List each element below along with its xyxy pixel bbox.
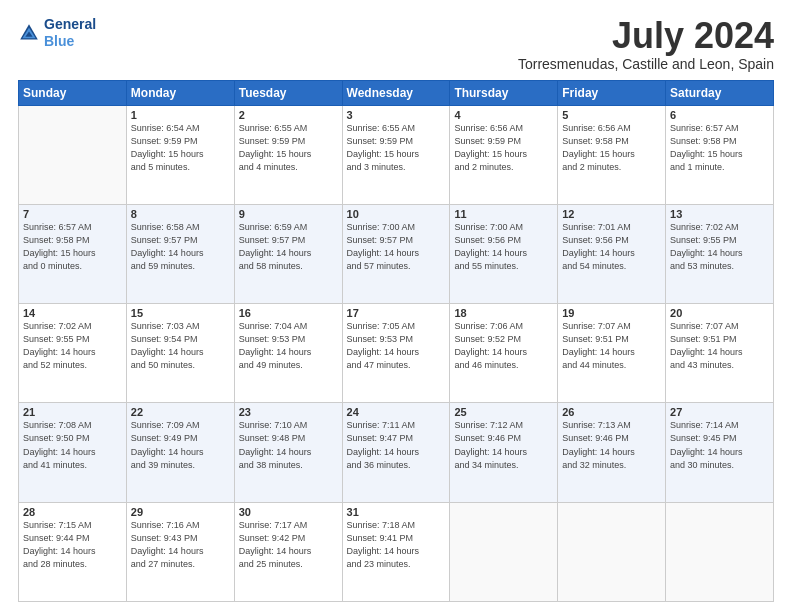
logo-icon [18,22,40,44]
day-info: Sunrise: 7:00 AM Sunset: 9:56 PM Dayligh… [454,221,553,273]
day-number: 5 [562,109,661,121]
day-number: 15 [131,307,230,319]
logo-line2: Blue [44,33,96,50]
day-number: 6 [670,109,769,121]
day-info: Sunrise: 7:07 AM Sunset: 9:51 PM Dayligh… [562,320,661,372]
logo: General Blue [18,16,96,50]
day-info: Sunrise: 7:17 AM Sunset: 9:42 PM Dayligh… [239,519,338,571]
day-info: Sunrise: 7:02 AM Sunset: 9:55 PM Dayligh… [23,320,122,372]
day-number: 22 [131,406,230,418]
day-info: Sunrise: 7:18 AM Sunset: 9:41 PM Dayligh… [347,519,446,571]
day-info: Sunrise: 6:56 AM Sunset: 9:58 PM Dayligh… [562,122,661,174]
day-info: Sunrise: 7:11 AM Sunset: 9:47 PM Dayligh… [347,419,446,471]
calendar-cell: 26Sunrise: 7:13 AM Sunset: 9:46 PM Dayli… [558,403,666,502]
day-info: Sunrise: 7:09 AM Sunset: 9:49 PM Dayligh… [131,419,230,471]
calendar-week-row: 14Sunrise: 7:02 AM Sunset: 9:55 PM Dayli… [19,304,774,403]
day-info: Sunrise: 7:05 AM Sunset: 9:53 PM Dayligh… [347,320,446,372]
day-number: 9 [239,208,338,220]
weekday-header-wednesday: Wednesday [342,80,450,105]
calendar-week-row: 1Sunrise: 6:54 AM Sunset: 9:59 PM Daylig… [19,105,774,204]
day-info: Sunrise: 6:56 AM Sunset: 9:59 PM Dayligh… [454,122,553,174]
calendar-cell: 29Sunrise: 7:16 AM Sunset: 9:43 PM Dayli… [126,502,234,601]
calendar-cell: 14Sunrise: 7:02 AM Sunset: 9:55 PM Dayli… [19,304,127,403]
calendar-cell: 9Sunrise: 6:59 AM Sunset: 9:57 PM Daylig… [234,204,342,303]
day-info: Sunrise: 6:58 AM Sunset: 9:57 PM Dayligh… [131,221,230,273]
day-number: 27 [670,406,769,418]
logo-line1: General [44,16,96,33]
header: General Blue July 2024 Torresmenudas, Ca… [18,16,774,72]
calendar-cell: 27Sunrise: 7:14 AM Sunset: 9:45 PM Dayli… [666,403,774,502]
day-info: Sunrise: 7:03 AM Sunset: 9:54 PM Dayligh… [131,320,230,372]
calendar-cell: 11Sunrise: 7:00 AM Sunset: 9:56 PM Dayli… [450,204,558,303]
weekday-header-thursday: Thursday [450,80,558,105]
calendar-cell: 3Sunrise: 6:55 AM Sunset: 9:59 PM Daylig… [342,105,450,204]
day-info: Sunrise: 6:55 AM Sunset: 9:59 PM Dayligh… [347,122,446,174]
calendar-cell: 18Sunrise: 7:06 AM Sunset: 9:52 PM Dayli… [450,304,558,403]
day-number: 24 [347,406,446,418]
day-info: Sunrise: 7:12 AM Sunset: 9:46 PM Dayligh… [454,419,553,471]
calendar-cell: 28Sunrise: 7:15 AM Sunset: 9:44 PM Dayli… [19,502,127,601]
calendar-header-row: SundayMondayTuesdayWednesdayThursdayFrid… [19,80,774,105]
page: General Blue July 2024 Torresmenudas, Ca… [0,0,792,612]
day-number: 30 [239,506,338,518]
calendar-cell: 2Sunrise: 6:55 AM Sunset: 9:59 PM Daylig… [234,105,342,204]
calendar-cell: 6Sunrise: 6:57 AM Sunset: 9:58 PM Daylig… [666,105,774,204]
calendar-week-row: 21Sunrise: 7:08 AM Sunset: 9:50 PM Dayli… [19,403,774,502]
calendar-cell [450,502,558,601]
day-number: 18 [454,307,553,319]
day-info: Sunrise: 7:04 AM Sunset: 9:53 PM Dayligh… [239,320,338,372]
day-info: Sunrise: 6:59 AM Sunset: 9:57 PM Dayligh… [239,221,338,273]
calendar-cell: 15Sunrise: 7:03 AM Sunset: 9:54 PM Dayli… [126,304,234,403]
day-info: Sunrise: 6:57 AM Sunset: 9:58 PM Dayligh… [670,122,769,174]
subtitle: Torresmenudas, Castille and Leon, Spain [518,56,774,72]
day-number: 28 [23,506,122,518]
calendar-cell: 7Sunrise: 6:57 AM Sunset: 9:58 PM Daylig… [19,204,127,303]
day-number: 29 [131,506,230,518]
calendar-cell: 24Sunrise: 7:11 AM Sunset: 9:47 PM Dayli… [342,403,450,502]
calendar-cell [666,502,774,601]
day-number: 13 [670,208,769,220]
day-info: Sunrise: 7:02 AM Sunset: 9:55 PM Dayligh… [670,221,769,273]
day-info: Sunrise: 7:06 AM Sunset: 9:52 PM Dayligh… [454,320,553,372]
day-number: 3 [347,109,446,121]
day-number: 12 [562,208,661,220]
calendar-cell: 13Sunrise: 7:02 AM Sunset: 9:55 PM Dayli… [666,204,774,303]
calendar-cell: 21Sunrise: 7:08 AM Sunset: 9:50 PM Dayli… [19,403,127,502]
calendar-cell: 4Sunrise: 6:56 AM Sunset: 9:59 PM Daylig… [450,105,558,204]
day-number: 19 [562,307,661,319]
day-info: Sunrise: 7:07 AM Sunset: 9:51 PM Dayligh… [670,320,769,372]
day-number: 7 [23,208,122,220]
weekday-header-friday: Friday [558,80,666,105]
day-number: 26 [562,406,661,418]
calendar-cell: 8Sunrise: 6:58 AM Sunset: 9:57 PM Daylig… [126,204,234,303]
title-block: July 2024 Torresmenudas, Castille and Le… [518,16,774,72]
day-number: 1 [131,109,230,121]
day-info: Sunrise: 6:57 AM Sunset: 9:58 PM Dayligh… [23,221,122,273]
day-info: Sunrise: 7:10 AM Sunset: 9:48 PM Dayligh… [239,419,338,471]
calendar-cell: 1Sunrise: 6:54 AM Sunset: 9:59 PM Daylig… [126,105,234,204]
calendar-cell: 16Sunrise: 7:04 AM Sunset: 9:53 PM Dayli… [234,304,342,403]
calendar-cell: 10Sunrise: 7:00 AM Sunset: 9:57 PM Dayli… [342,204,450,303]
day-info: Sunrise: 7:00 AM Sunset: 9:57 PM Dayligh… [347,221,446,273]
day-number: 16 [239,307,338,319]
calendar-cell: 25Sunrise: 7:12 AM Sunset: 9:46 PM Dayli… [450,403,558,502]
day-number: 11 [454,208,553,220]
day-info: Sunrise: 7:08 AM Sunset: 9:50 PM Dayligh… [23,419,122,471]
calendar-cell: 31Sunrise: 7:18 AM Sunset: 9:41 PM Dayli… [342,502,450,601]
calendar-cell: 19Sunrise: 7:07 AM Sunset: 9:51 PM Dayli… [558,304,666,403]
calendar-cell: 30Sunrise: 7:17 AM Sunset: 9:42 PM Dayli… [234,502,342,601]
day-number: 31 [347,506,446,518]
weekday-header-sunday: Sunday [19,80,127,105]
calendar-table: SundayMondayTuesdayWednesdayThursdayFrid… [18,80,774,602]
calendar-cell: 5Sunrise: 6:56 AM Sunset: 9:58 PM Daylig… [558,105,666,204]
main-title: July 2024 [518,16,774,56]
calendar-cell: 23Sunrise: 7:10 AM Sunset: 9:48 PM Dayli… [234,403,342,502]
calendar-cell: 17Sunrise: 7:05 AM Sunset: 9:53 PM Dayli… [342,304,450,403]
day-number: 14 [23,307,122,319]
day-info: Sunrise: 6:55 AM Sunset: 9:59 PM Dayligh… [239,122,338,174]
calendar-cell: 20Sunrise: 7:07 AM Sunset: 9:51 PM Dayli… [666,304,774,403]
day-number: 10 [347,208,446,220]
weekday-header-tuesday: Tuesday [234,80,342,105]
day-number: 8 [131,208,230,220]
calendar-cell [558,502,666,601]
